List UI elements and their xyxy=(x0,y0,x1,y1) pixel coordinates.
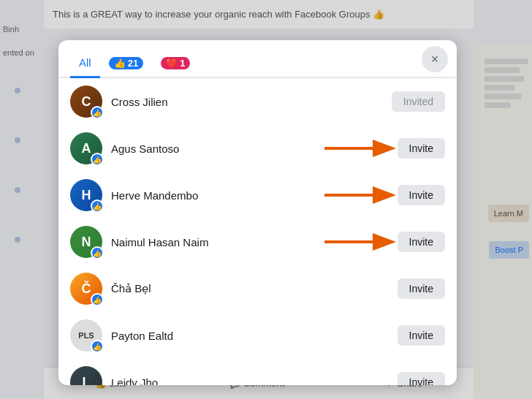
user-row: L 👍 Leidy Jho Invite xyxy=(58,359,457,385)
thumb-icon: 👍 xyxy=(93,156,102,164)
tab-likes-badge: 👍 21 xyxy=(109,57,143,69)
like-icon: 👍 xyxy=(114,58,126,69)
tab-all[interactable]: All xyxy=(70,49,100,78)
tab-likes[interactable]: 👍 21 xyxy=(100,50,152,77)
arrow-icon xyxy=(321,185,401,205)
avatar-wrap: L 👍 xyxy=(70,366,102,385)
user-list: C 👍 Cross Jilien Invited A 👍 Agus Santos… xyxy=(58,78,457,385)
thumb-icon: 👍 xyxy=(93,296,102,304)
invite-button[interactable]: Invite xyxy=(398,232,445,252)
invited-button: Invited xyxy=(392,91,445,112)
like-badge: 👍 xyxy=(91,153,104,166)
user-name: Čhả Bẹl xyxy=(111,282,389,295)
like-badge: 👍 xyxy=(91,246,104,259)
avatar-wrap: PLS 👍 xyxy=(70,319,102,352)
user-row: A 👍 Agus Santoso Invite xyxy=(58,125,457,172)
user-row: PLS 👍 Payton Ealtd Invite xyxy=(58,312,457,359)
love-icon: ❤️ xyxy=(166,58,178,69)
avatar-wrap: A 👍 xyxy=(70,132,102,164)
user-row: H 👍 Herve Mandembo Invite xyxy=(58,172,457,218)
user-row: C 👍 Cross Jilien Invited xyxy=(58,78,457,125)
user-row: Č 👍 Čhả Bẹl Invite xyxy=(58,265,457,312)
love-count: 1 xyxy=(180,58,185,69)
user-name: Payton Ealtd xyxy=(111,330,389,342)
invite-button[interactable]: Invite xyxy=(398,278,445,299)
user-row: N 👍 Naimul Hasan Naim Invite xyxy=(58,218,457,265)
invite-button[interactable]: Invite xyxy=(398,325,445,346)
user-name: Leidy Jho xyxy=(111,376,389,386)
like-badge: 👍 xyxy=(91,106,104,119)
arrow-icon xyxy=(321,232,401,252)
tab-loves[interactable]: ❤️ 1 xyxy=(152,50,199,77)
avatar-wrap: Č 👍 xyxy=(70,273,102,305)
like-badge: 👍 xyxy=(91,340,104,353)
reactions-modal: All 👍 21 ❤️ 1 × C 👍 Cross Jilien xyxy=(58,40,457,385)
invite-button[interactable]: Invite xyxy=(398,138,445,159)
modal-header: All 👍 21 ❤️ 1 × xyxy=(58,40,457,78)
thumb-icon: 👍 xyxy=(93,343,102,351)
avatar: L xyxy=(70,366,102,385)
thumb-icon: 👍 xyxy=(93,202,102,210)
thumb-icon: 👍 xyxy=(93,249,102,257)
avatar-wrap: N 👍 xyxy=(70,226,102,258)
invite-button[interactable]: Invite xyxy=(398,185,445,205)
tab-all-label: All xyxy=(79,56,91,69)
thumb-icon: 👍 xyxy=(93,109,102,117)
invite-button[interactable]: Invite xyxy=(398,372,445,385)
tab-loves-badge: ❤️ 1 xyxy=(161,57,190,69)
like-badge: 👍 xyxy=(91,293,104,306)
close-button[interactable]: × xyxy=(422,46,448,72)
arrow-icon xyxy=(321,138,401,159)
user-name: Cross Jilien xyxy=(111,96,383,108)
like-count: 21 xyxy=(128,58,138,69)
avatar-wrap: H 👍 xyxy=(70,179,102,211)
avatar-wrap: C 👍 xyxy=(70,86,102,118)
like-badge: 👍 xyxy=(91,200,104,213)
